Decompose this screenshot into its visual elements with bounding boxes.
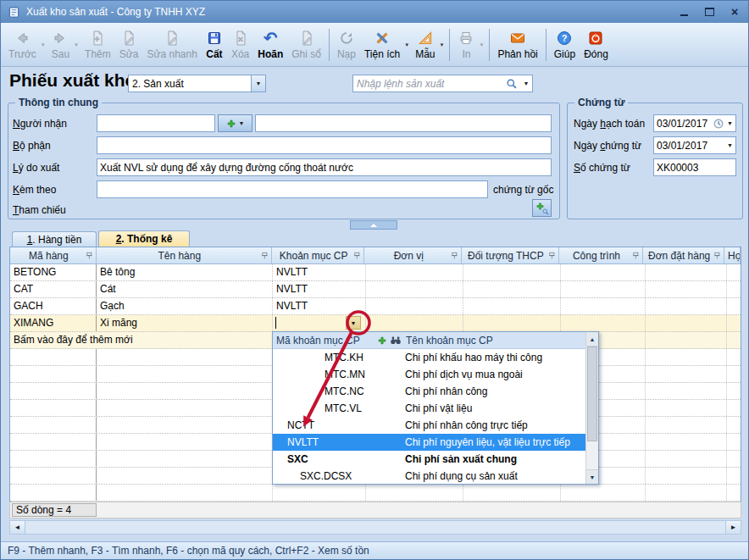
utilities-dropdown-icon[interactable]: ▼: [404, 42, 409, 47]
table-row[interactable]: BETONG Bê tông NVLTT: [10, 264, 741, 281]
template-button[interactable]: Mẫu: [411, 26, 439, 64]
edit-button[interactable]: Sửa: [115, 26, 143, 64]
cp-option[interactable]: SXC.DCSXChi phí dụng cụ sản xuất: [273, 468, 585, 485]
dropdown-scrollbar[interactable]: ▲ ▼: [585, 332, 598, 484]
undo-button[interactable]: ↶ Hoãn: [253, 26, 287, 64]
plus-icon[interactable]: [377, 335, 387, 346]
feedback-button[interactable]: Phản hồi: [493, 26, 541, 64]
pin-icon[interactable]: [261, 252, 269, 260]
print-button[interactable]: In: [453, 26, 479, 64]
column-header[interactable]: Đối tượng THCP: [462, 247, 559, 263]
pin-icon[interactable]: [632, 252, 641, 260]
maximize-button[interactable]: [702, 5, 716, 19]
pin-icon[interactable]: [713, 252, 722, 260]
cp-option[interactable]: MTC.KHChi phí khấu hao máy thi công: [273, 349, 585, 366]
cell[interactable]: [366, 281, 463, 297]
cell[interactable]: [646, 264, 727, 280]
cell-cp[interactable]: NVLTT: [273, 298, 366, 314]
column-header[interactable]: Mã hàng: [10, 247, 97, 263]
cp-option-selected[interactable]: NVLTTChi phí nguyên liệu, vật liệu trực …: [273, 434, 585, 451]
cell-code[interactable]: XIMANG: [10, 315, 97, 331]
add-new-hint[interactable]: Bấm vào đây để thêm mới: [10, 332, 273, 348]
chevron-down-icon[interactable]: ▼: [724, 142, 735, 148]
cell-code[interactable]: CAT: [10, 281, 97, 297]
cell[interactable]: [646, 298, 727, 314]
help-button[interactable]: Giúp: [550, 26, 580, 64]
cell[interactable]: [463, 281, 561, 297]
column-header[interactable]: Đơn vị: [364, 247, 462, 263]
utilities-button[interactable]: Tiện ích: [360, 26, 404, 64]
cell-code[interactable]: BETONG: [10, 264, 97, 280]
post-button[interactable]: Ghi sổ: [287, 26, 325, 64]
cp-option[interactable]: SXCChi phí sản xuất chung: [273, 451, 585, 468]
cell-cp[interactable]: NVLTT: [273, 264, 366, 280]
minimize-button[interactable]: [677, 5, 691, 19]
cell-name[interactable]: Xi măng: [97, 315, 273, 331]
chevron-down-icon[interactable]: ▼: [520, 80, 532, 86]
cell[interactable]: [561, 298, 646, 314]
next-button[interactable]: Sau: [47, 26, 74, 64]
column-header[interactable]: Tên hàng: [97, 247, 272, 263]
scroll-right-icon[interactable]: ►: [725, 521, 741, 534]
cell[interactable]: [463, 264, 561, 280]
receiver-code-input[interactable]: [97, 116, 214, 130]
scroll-up-icon[interactable]: ▲: [586, 332, 598, 347]
close-form-button[interactable]: Đóng: [580, 26, 613, 64]
cell[interactable]: [561, 315, 646, 331]
cell[interactable]: [561, 264, 646, 280]
chevron-down-icon[interactable]: ▼: [251, 75, 265, 91]
cell[interactable]: [463, 298, 561, 314]
reason-input[interactable]: [97, 160, 551, 175]
cell[interactable]: [727, 264, 741, 280]
receiver-name-input[interactable]: [256, 116, 551, 130]
scroll-down-icon[interactable]: ▼: [586, 469, 598, 484]
cp-option[interactable]: MTC.MNChi phí dịch vụ mua ngoài: [273, 366, 585, 383]
prev-dropdown-icon[interactable]: ▼: [41, 42, 46, 47]
cell[interactable]: [727, 281, 741, 297]
table-row[interactable]: CAT Cát NVLTT: [10, 281, 741, 298]
column-header[interactable]: Hợp đồng: [724, 247, 741, 263]
pin-icon[interactable]: [86, 252, 94, 260]
add-reference-button[interactable]: [532, 199, 552, 217]
add-receiver-button[interactable]: ▼: [218, 114, 252, 132]
cp-option[interactable]: NCTTChi phí nhân công trực tiếp: [273, 417, 585, 434]
scroll-left-icon[interactable]: ◄: [10, 521, 25, 534]
cell[interactable]: [366, 264, 463, 280]
column-header[interactable]: Công trình: [559, 247, 644, 263]
quick-edit-button[interactable]: Sửa nhanh: [142, 26, 201, 64]
cell[interactable]: [561, 281, 646, 297]
cell-cp[interactable]: NVLTT: [273, 281, 366, 297]
cell[interactable]: [646, 332, 727, 348]
attach-input[interactable]: [97, 182, 487, 197]
print-dropdown-icon[interactable]: ▼: [479, 42, 484, 47]
voucher-type-combo[interactable]: 2. Sản xuất ▼: [128, 75, 266, 92]
cell-name[interactable]: Cát: [97, 281, 273, 297]
next-dropdown-icon[interactable]: ▼: [74, 42, 79, 47]
cell[interactable]: [646, 281, 727, 297]
cell[interactable]: [727, 298, 741, 314]
pin-icon[interactable]: [548, 252, 557, 260]
cell[interactable]: [727, 332, 741, 348]
table-row[interactable]: GACH Gạch NVLTT: [10, 298, 741, 315]
tab-thong-ke[interactable]: 2. Thống kê: [98, 230, 190, 247]
clock-icon[interactable]: [713, 118, 724, 130]
reload-button[interactable]: Nạp: [333, 26, 360, 64]
column-header[interactable]: Khoản mục CP: [272, 247, 365, 263]
cell[interactable]: [463, 315, 561, 331]
cell-name[interactable]: Gạch: [97, 298, 273, 314]
cell-code[interactable]: GACH: [10, 298, 97, 314]
department-input[interactable]: [97, 138, 551, 152]
pin-icon[interactable]: [451, 252, 459, 260]
horizontal-scrollbar[interactable]: ◄ ►: [9, 520, 741, 535]
posting-date-field[interactable]: 03/01/2017 ▼: [653, 114, 736, 132]
cell[interactable]: [366, 315, 463, 331]
search-input[interactable]: [353, 76, 503, 91]
cell[interactable]: [646, 315, 727, 331]
add-button[interactable]: Thêm: [80, 26, 115, 64]
doc-no-input[interactable]: [654, 160, 735, 175]
prev-button[interactable]: Trước: [4, 26, 41, 64]
delete-button[interactable]: Xóa: [227, 26, 253, 64]
cp-cell-dropdown-button[interactable]: ▼: [346, 316, 361, 330]
template-dropdown-icon[interactable]: ▼: [440, 42, 445, 47]
column-header[interactable]: Đơn đặt hàng: [643, 247, 724, 263]
